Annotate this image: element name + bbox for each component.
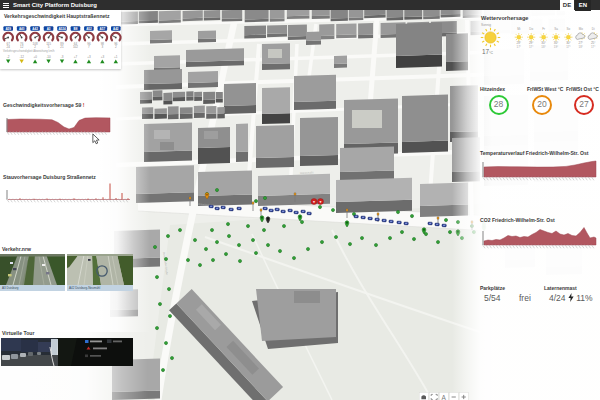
svg-text:Sonnig: Sonnig	[481, 23, 491, 27]
svg-text:+0: +0	[33, 55, 37, 59]
svg-text:A59: A59	[5, 27, 11, 31]
svg-text:A524: A524	[58, 27, 66, 31]
svg-text:Mo: Mo	[579, 27, 583, 31]
svg-text:-2: -2	[7, 55, 10, 59]
svg-text:A3 Duisburg: A3 Duisburg	[2, 286, 19, 290]
svg-text:18°: 18°	[579, 45, 584, 49]
svg-text:3: 3	[102, 45, 104, 49]
svg-text:A42: A42	[113, 27, 119, 31]
svg-text:18°: 18°	[541, 45, 546, 49]
svg-text:♥: ♥	[319, 200, 321, 204]
svg-text:A3: A3	[47, 27, 51, 31]
svg-text:Di: Di	[592, 27, 595, 31]
svg-text:Fr: Fr	[542, 27, 545, 31]
svg-text:102: 102	[73, 45, 78, 49]
svg-text:A42 Duisburg-Neumühl: A42 Duisburg-Neumühl	[69, 286, 101, 290]
svg-text:17°: 17°	[566, 45, 571, 49]
svg-text:+1: +1	[114, 55, 118, 59]
svg-text:5: 5	[48, 45, 50, 49]
svg-text:Wettervorhersage: Wettervorhersage	[481, 15, 528, 21]
svg-text:-3: -3	[61, 55, 64, 59]
svg-text:2: 2	[34, 45, 36, 49]
svg-text:+3: +3	[87, 55, 91, 59]
svg-text:A52: A52	[86, 27, 92, 31]
svg-text:Do: Do	[529, 27, 533, 31]
svg-text:B8: B8	[74, 27, 78, 31]
svg-text:24: 24	[7, 45, 11, 49]
svg-text:Sa: Sa	[554, 27, 558, 31]
svg-text:17°: 17°	[517, 45, 522, 49]
svg-text:17°C: 17°C	[482, 48, 493, 55]
svg-text:So: So	[567, 27, 571, 31]
svg-text:17°: 17°	[591, 45, 596, 49]
svg-text:Verkehrsgeschwindigkeit Abweic: Verkehrsgeschwindigkeit Abweichung km/h	[3, 49, 55, 53]
svg-text:7: 7	[88, 45, 90, 49]
svg-text:Münzstraße: Münzstraße	[300, 170, 314, 175]
svg-text:A57: A57	[100, 27, 106, 31]
svg-text:+7: +7	[74, 55, 78, 59]
svg-text:2: 2	[115, 45, 117, 49]
svg-text:-12: -12	[19, 55, 24, 59]
svg-text:Mi: Mi	[517, 27, 520, 31]
svg-text:17°: 17°	[529, 45, 534, 49]
svg-text:+3: +3	[101, 55, 105, 59]
svg-text:A40: A40	[19, 27, 25, 31]
svg-text:A: A	[442, 393, 447, 400]
svg-text:21: 21	[60, 45, 64, 49]
svg-text:♥: ♥	[313, 200, 315, 204]
svg-text:A42: A42	[32, 27, 38, 31]
svg-text:12: 12	[20, 45, 24, 49]
svg-text:19°: 19°	[554, 45, 559, 49]
svg-text:-10: -10	[46, 55, 51, 59]
